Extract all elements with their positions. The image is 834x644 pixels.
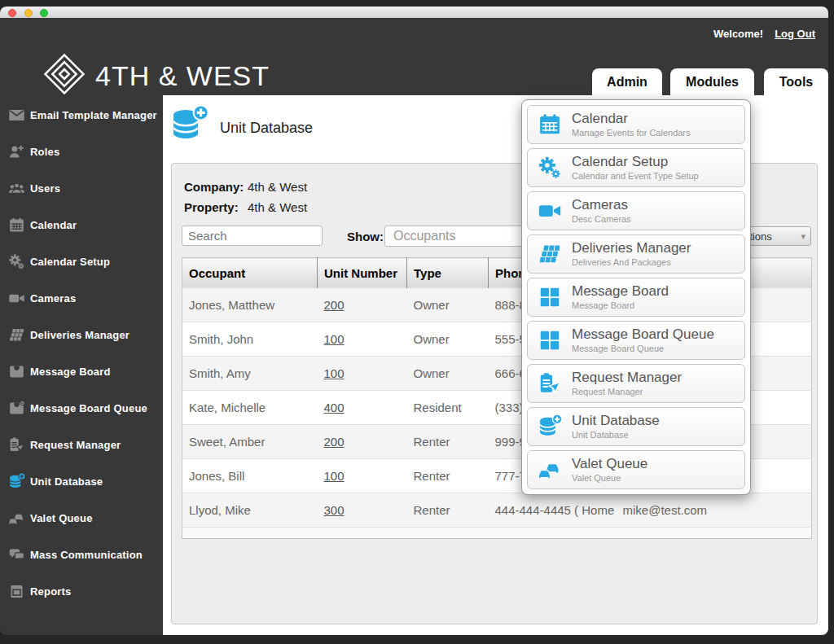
modules-menu-item-calendar-setup[interactable]: Calendar SetupCalendar and Event Type Se…: [527, 148, 745, 187]
table-row: Llyod, Mike300Renter444-444-4445 ( Home …: [182, 493, 812, 528]
menu-item-title: Request Manager: [572, 370, 682, 386]
modules-menu-item-cameras[interactable]: CamerasDesc Cameras: [527, 191, 745, 230]
menu-item-subtitle: Calendar and Event Type Setup: [572, 171, 699, 181]
type-cell: Renter: [407, 459, 489, 493]
property-value: 4th & West: [248, 200, 307, 214]
sidebar-item-mass-communication[interactable]: Mass Communication: [0, 537, 163, 573]
modules-menu-item-valet-queue[interactable]: Valet QueueValet Queue: [527, 450, 745, 489]
search-input[interactable]: [182, 226, 323, 246]
menu-item-title: Deliveries Manager: [572, 241, 691, 256]
clipboard-arrow-icon: [538, 371, 562, 396]
modules-menu-item-deliveries-manager[interactable]: Deliveries ManagerDeliveries And Package…: [527, 234, 745, 274]
sidebar-item-label: Valet Queue: [30, 512, 93, 524]
gears-icon: [538, 156, 562, 180]
unit-number-link[interactable]: 100: [324, 366, 345, 380]
company-label: Company:: [184, 180, 244, 194]
type-cell: Owner: [407, 357, 489, 391]
column-header-type: Type: [407, 258, 489, 288]
unit-database-icon: [169, 103, 208, 147]
menu-item-subtitle: Deliveries And Packages: [572, 257, 691, 267]
sidebar-item-label: Roles: [30, 146, 59, 158]
unit-number-link[interactable]: 300: [324, 503, 345, 517]
menu-item-title: Message Board Queue: [572, 327, 714, 343]
packages-icon: [8, 326, 25, 344]
unit-number-link[interactable]: 100: [324, 469, 345, 483]
unit-number-link[interactable]: 100: [324, 332, 345, 346]
sidebar-item-label: Reports: [30, 585, 72, 598]
occupant-cell: Kate, Michelle: [182, 391, 318, 425]
unit-number-link[interactable]: 400: [324, 401, 345, 414]
sidebar-item-label: Cameras: [30, 292, 76, 304]
grid-icon: [538, 328, 562, 353]
minimize-window-button[interactable]: [24, 9, 33, 17]
sidebar-item-reports[interactable]: Reports: [0, 573, 163, 610]
sidebar-item-label: Message Board: [30, 366, 111, 378]
tab-admin[interactable]: Admin: [592, 68, 662, 95]
modules-menu-item-request-manager[interactable]: Request ManagerRequest Manager: [527, 364, 745, 403]
sidebar-item-message-board[interactable]: Message Board: [0, 353, 163, 390]
logout-link[interactable]: Log Out: [775, 28, 815, 40]
tab-tools[interactable]: Tools: [764, 68, 828, 95]
type-cell: Owner: [407, 288, 489, 322]
sidebar-item-deliveries-manager[interactable]: Deliveries Manager: [0, 317, 163, 353]
user-plus-icon: [8, 143, 25, 160]
sidebar-item-calendar-setup[interactable]: Calendar Setup: [0, 243, 163, 280]
occupant-cell: Smith, John: [182, 322, 318, 357]
close-window-button[interactable]: [8, 9, 16, 17]
calendar-icon: [538, 112, 562, 137]
sidebar-item-message-board-queue[interactable]: Message Board Queue: [0, 390, 163, 427]
phone-cell: 444-444-4445 ( Home ): [489, 493, 617, 528]
sidebar-item-label: Email Template Manager: [30, 109, 157, 121]
occupant-cell: Sweet, Amber: [182, 425, 318, 459]
sidebar-item-calendar[interactable]: Calendar: [0, 207, 163, 243]
email-cell: mike@test.com: [617, 493, 812, 528]
type-cell: Renter: [407, 425, 489, 459]
show-label: Show:: [347, 230, 384, 243]
grid-icon: [538, 285, 562, 309]
menu-item-title: Unit Database: [572, 414, 660, 429]
modules-menu-item-message-board[interactable]: Message BoardMessage Board: [527, 278, 745, 317]
table-empty-row: [182, 528, 812, 539]
users-icon: [8, 180, 25, 197]
sidebar-item-cameras[interactable]: Cameras: [0, 280, 163, 317]
sidebar-item-email-template-manager[interactable]: Email Template Manager: [0, 97, 163, 134]
menu-item-title: Cameras: [572, 198, 631, 213]
sidebar-item-roles[interactable]: Roles: [0, 134, 163, 170]
property-label: Property:: [184, 200, 239, 214]
sidebar-item-label: Calendar Setup: [30, 256, 110, 268]
sidebar-item-request-manager[interactable]: Request Manager: [0, 427, 163, 463]
sidebar: Email Template ManagerRolesUsersCalendar…: [0, 95, 163, 635]
sidebar-item-label: Message Board Queue: [30, 402, 147, 414]
tab-modules[interactable]: Modules: [670, 68, 754, 95]
modules-menu-item-unit-database[interactable]: Unit DatabaseUnit Database: [527, 407, 745, 446]
video-camera-icon: [538, 199, 562, 223]
type-cell: Resident: [407, 391, 489, 425]
sidebar-item-valet-queue[interactable]: Valet Queue: [0, 500, 163, 537]
sidebar-item-users[interactable]: Users: [0, 170, 163, 207]
unit-cell: 100: [318, 322, 407, 357]
report-icon: [8, 583, 25, 600]
sidebar-item-unit-database[interactable]: Unit Database: [0, 463, 163, 500]
menu-item-title: Calendar: [572, 112, 691, 127]
sidebar-item-label: Calendar: [30, 219, 77, 231]
menu-item-subtitle: Valet Queue: [572, 473, 647, 483]
database-plus-icon: [8, 473, 25, 490]
unit-number-link[interactable]: 200: [324, 435, 345, 449]
occupant-cell: Jones, Matthew: [182, 288, 318, 322]
unit-number-link[interactable]: 200: [324, 298, 345, 312]
modules-dropdown-menu: CalendarManage Events for CalendarsCalen…: [521, 99, 751, 495]
cars-icon: [538, 458, 562, 482]
calendar-icon: [8, 217, 25, 234]
packages-icon: [538, 242, 562, 266]
menu-item-title: Calendar Setup: [572, 155, 699, 170]
modules-menu-item-calendar[interactable]: CalendarManage Events for Calendars: [527, 105, 745, 144]
page-title: Unit Database: [220, 120, 313, 137]
clipboard-arrow-icon: [8, 436, 25, 453]
sidebar-item-label: Users: [30, 182, 60, 195]
chat-icon: [8, 546, 25, 563]
company-value: 4th & West: [248, 180, 307, 194]
modules-menu-item-message-board-queue[interactable]: Message Board QueueMessage Board Queue: [527, 321, 745, 360]
zoom-window-button[interactable]: [40, 9, 48, 17]
screen: 4TH & WEST Welcome!Log Out Admin Modules…: [0, 0, 834, 644]
menu-item-subtitle: Request Manager: [572, 387, 682, 396]
